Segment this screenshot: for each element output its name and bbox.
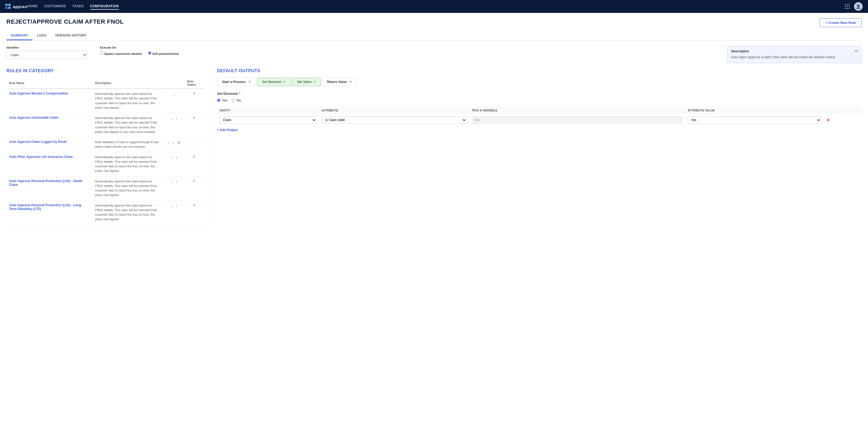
remove-rule-button[interactable]: ✕ [176,140,182,145]
status-check: ✓ [193,179,195,183]
nav-tasks[interactable]: TASKS [72,3,84,10]
rule-actions-cell: ↓ [164,89,185,113]
nav-home[interactable]: HOME [27,3,38,10]
move-down-button[interactable]: ↓ [169,155,174,160]
move-up-button[interactable]: ↑ [175,179,179,185]
rule-link[interactable]: Auto Approve Claim Logged by Email [9,140,67,144]
rule-desc-cell: Automatically approve the claim based on… [92,89,164,113]
rule-actions-cell: ↓ ↑ [164,152,185,176]
set-decision-label: Set Decision [262,80,281,84]
main-content: REJECT/APPROVE CLAIM AFTER FNOL + Create… [0,13,868,230]
action-tabs: Start a Process ✕ Set Decision ✓ Set Val… [217,77,862,86]
radio-appian-expr-input[interactable] [100,51,103,55]
tab-version-history[interactable]: VERSION HISTORY [51,31,91,40]
output-row: Claim Is Claim Valid [217,114,862,126]
action-tab-set-decision[interactable]: Set Decision ✓ [257,77,291,86]
radio-self-param-input[interactable] [148,51,152,55]
identifier-select[interactable]: Case [6,51,87,59]
rule-name-cell: Auto Approve Claim Logged by Email [6,137,92,152]
move-up-button[interactable]: ↑ [175,155,179,160]
move-down-button[interactable]: ↓ [166,140,170,145]
execute-on-field: Execute On Appian expression backed Self… [100,46,714,58]
radio-self-param-label: Self parameterized [152,52,179,55]
rule-name-cell: Auto FNoL Approval Life Insurance Claim [6,152,92,176]
rule-link[interactable]: Auto Approve Personal Protection (Life) … [9,203,81,211]
add-output-button[interactable]: + Add Output [217,126,238,134]
rule-link[interactable]: Auto Approve Worker's Compensation [9,92,68,95]
table-row: Auto Approve Personal Protection (Life) … [6,200,204,224]
yes-label: Yes [222,98,227,102]
rule-name-cell: Auto Approve Personal Protection (Life) … [6,176,92,200]
two-col-layout: RULES IN CATEGORY Rule Name Description … [6,68,862,225]
rule-actions-cell: ↓ ↑ [164,176,185,200]
rule-desc-cell: Automatically approve the claim based on… [92,200,164,224]
table-row: Auto FNoL Approval Life Insurance Claim … [6,152,204,176]
rule-link[interactable]: Auto Approve Automobile Claim [9,116,59,120]
grid-icon[interactable] [845,4,850,9]
col-rule-status: Rule Status [184,77,204,89]
radio-appian-expr[interactable]: Appian expression backed [100,51,142,55]
create-new-rule-button[interactable]: + Create New Rule [820,18,862,27]
action-tab-start-process[interactable]: Start a Process ✕ [217,77,256,86]
delete-row-button[interactable]: ✕ [826,118,830,123]
move-down-button[interactable]: ↓ [169,179,174,185]
rule-status-cell: ✓ [184,152,204,176]
yes-option[interactable]: Yes [217,98,227,102]
col-delete [824,106,862,114]
attribute-value-select[interactable]: Yes [687,116,821,124]
action-tab-return-value[interactable]: Return Value ✕ [322,77,357,86]
move-down-button[interactable]: ↓ [169,203,174,209]
move-up-button[interactable]: ↑ [175,116,179,121]
no-radio[interactable] [232,99,235,102]
edit-description-icon[interactable]: ✏ [855,49,858,53]
identifier-field: Identifier Case [6,46,87,59]
rule-link[interactable]: Auto Approve Personal Protection (Life) … [9,179,82,187]
tab-logs[interactable]: LOGS [32,31,51,40]
rule-link[interactable]: Auto FNoL Approval Life Insurance Claim [9,155,73,159]
yes-radio[interactable] [217,99,220,102]
pick-variable-input [472,117,682,124]
user-avatar[interactable]: 👤 [854,2,863,11]
attribute-cell: Is Claim Valid [319,114,469,126]
page-title: REJECT/APPROVE CLAIM AFTER FNOL [6,18,124,25]
start-process-close-icon[interactable]: ✕ [248,80,251,84]
table-row: Auto Approve Automobile Claim Automatica… [6,113,204,137]
table-row: Auto Approve Personal Protection (Life) … [6,176,204,200]
nav-customers[interactable]: CUSTOMERS [44,3,66,10]
no-option[interactable]: No [232,98,241,102]
delete-cell: ✕ [824,114,862,126]
return-value-close-icon[interactable]: ✕ [349,80,352,84]
start-process-label: Start a Process [222,80,245,84]
col-rule-name: Rule Name [6,77,92,89]
status-check: ✓ [193,203,195,207]
outputs-table: ENTITY ATTRIBUTE PICK A VARIABLE ATTRIBU… [217,106,862,126]
attribute-select[interactable]: Is Claim Valid [322,116,466,124]
set-value-check-icon: ✓ [313,80,316,84]
col-actions [164,77,185,89]
outputs-section-title: DEFAULT OUTPUTS [217,68,862,73]
tab-summary[interactable]: SUMMARY [6,31,32,40]
table-row: Auto Approve Worker's Compensation Autom… [6,89,204,113]
identifier-label: Identifier [6,46,87,49]
nav-configuration[interactable]: CONFIGURATION [90,3,119,10]
action-tab-set-value[interactable]: Set Value ✓ [292,77,321,86]
move-up-button[interactable]: ↑ [175,203,179,209]
no-label: No [237,98,241,102]
rule-status-cell: ✓ [184,176,204,200]
set-decision-panel: Set Decision * Yes No [217,92,862,134]
move-down-button[interactable]: ↓ [169,116,174,121]
rule-desc-cell: Automatically approve the claim based on… [92,176,164,200]
description-text: Auto reject /approve a claim if the clai… [731,55,858,60]
radio-self-param[interactable]: Self parameterized [148,51,179,55]
move-up-button[interactable]: ↑ [172,140,175,145]
rule-status-cell: ✓ [184,113,204,137]
move-down-button[interactable]: ↓ [172,92,176,97]
logo-text: appian [13,4,27,9]
execute-on-radio-group: Appian expression backed Self parameteri… [100,51,714,58]
rule-actions-cell: ↓ ↑ ✕ [164,137,185,152]
navbar: appian HOME CUSTOMERS TASKS CONFIGURATIO… [0,0,868,13]
rule-actions-cell: ↓ ↑ [164,113,185,137]
rule-actions-cell: ↓ ↑ [164,200,185,224]
required-star: * [239,92,240,96]
entity-select[interactable]: Claim [220,116,316,124]
